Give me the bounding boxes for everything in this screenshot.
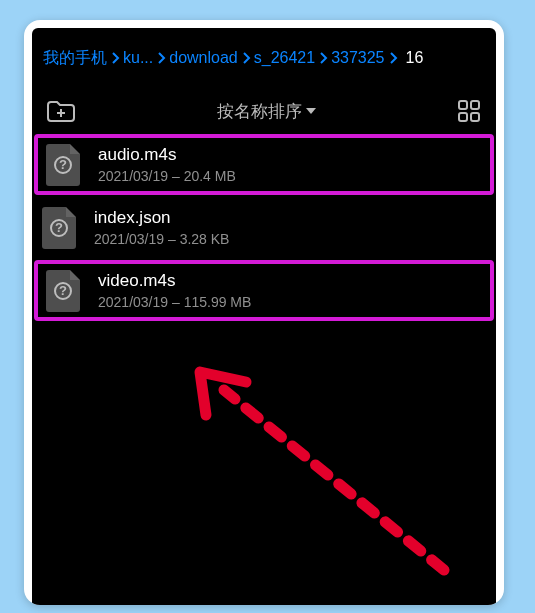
toolbar: 按名称排序 [32,88,496,134]
file-icon: ? [46,144,80,186]
chevron-right-icon [386,52,400,64]
file-text: index.json2021/03/19 – 3.28 KB [94,208,229,246]
svg-rect-5 [471,113,479,121]
breadcrumb-count: 16 [400,49,424,67]
file-list: ?audio.m4s2021/03/19 – 20.4 MB?index.jso… [32,134,496,321]
file-icon: ? [42,207,76,249]
file-meta: 2021/03/19 – 115.99 MB [98,294,251,310]
file-meta: 2021/03/19 – 3.28 KB [94,231,229,247]
device-screen: 我的手机 ku... download s_26421 337325 16 [32,28,496,605]
sort-dropdown[interactable]: 按名称排序 [217,100,316,123]
breadcrumb-item[interactable]: s_26421 [253,49,316,67]
breadcrumb-item[interactable]: download [168,49,239,67]
sort-label: 按名称排序 [217,100,302,123]
grid-view-button[interactable] [454,96,484,126]
chevron-right-icon [316,52,330,64]
file-name: index.json [94,208,229,228]
svg-rect-3 [471,101,479,109]
file-name: audio.m4s [98,145,236,165]
file-meta: 2021/03/19 – 20.4 MB [98,168,236,184]
breadcrumb-item[interactable]: 337325 [330,49,385,67]
file-row[interactable]: ?video.m4s2021/03/19 – 115.99 MB [34,260,494,321]
svg-rect-2 [459,101,467,109]
file-text: audio.m4s2021/03/19 – 20.4 MB [98,145,236,183]
file-row[interactable]: ?audio.m4s2021/03/19 – 20.4 MB [34,134,494,195]
file-text: video.m4s2021/03/19 – 115.99 MB [98,271,251,309]
breadcrumb: 我的手机 ku... download s_26421 337325 16 [32,28,496,88]
dropdown-icon [306,108,316,114]
breadcrumb-item[interactable]: ku... [122,49,154,67]
chevron-right-icon [108,52,122,64]
file-name: video.m4s [98,271,251,291]
new-folder-button[interactable] [44,96,78,126]
file-row[interactable]: ?index.json2021/03/19 – 3.28 KB [34,197,494,258]
file-icon: ? [46,270,80,312]
chevron-right-icon [154,52,168,64]
svg-rect-4 [459,113,467,121]
breadcrumb-item[interactable]: 我的手机 [42,48,108,69]
tutorial-frame: 我的手机 ku... download s_26421 337325 16 [24,20,504,605]
chevron-right-icon [239,52,253,64]
